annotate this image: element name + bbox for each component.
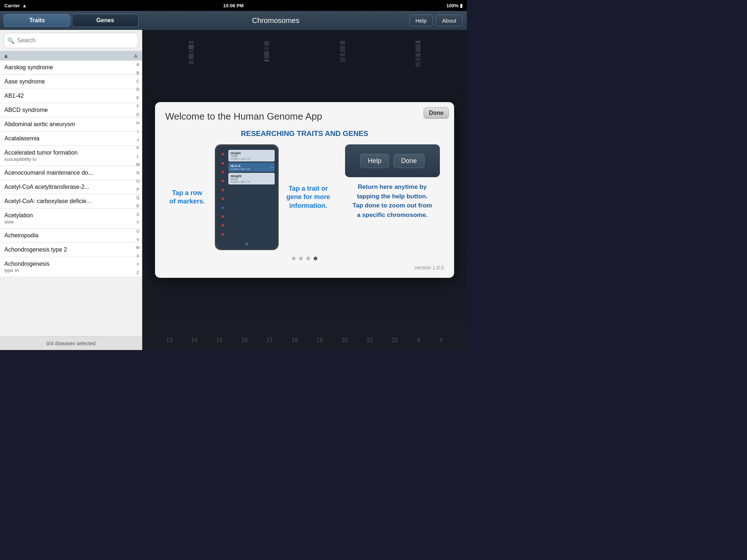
phone-inner: Height TNXB location: 6p21.33 HLA-S loca… (217, 147, 276, 242)
trait-item-name: Aarskog syndrome (4, 64, 138, 71)
phone-item-hlas-inner: HLA-S location: 6p21.33 (231, 164, 250, 170)
trait-item-name: Accelerated tumor formation (4, 149, 138, 156)
status-bar: Carrier ▲ 10:06 PM 100% ▮ (0, 0, 467, 11)
trait-item[interactable]: Accelerated tumor formationsusceptibilit… (0, 146, 142, 166)
phone-item-height-loc: location: 6p21.33 (231, 158, 272, 160)
trait-item-name: Acetyl-CoA acetyltransferase-2... (4, 184, 138, 190)
trait-item[interactable]: Acetyl-CoA acetyltransferase-2... (0, 180, 142, 194)
phone-item-height-title: Height (231, 151, 272, 155)
trait-item[interactable]: Achondrogenesis type 2 (0, 243, 142, 257)
wifi-icon: ▲ (22, 3, 27, 8)
search-input[interactable] (4, 33, 138, 48)
trait-list: Aarskog syndromeAase syndromeAB1-42ABCD … (0, 61, 142, 277)
trait-list-container: Aarskog syndromeAase syndromeAB1-42ABCD … (0, 61, 142, 336)
trait-item-name: AB1-42 (4, 93, 138, 99)
about-button[interactable]: About (436, 15, 462, 26)
sidebar: 🔍 a A Aarskog syndromeAase syndromeAB1-4… (0, 30, 142, 350)
tap-row-text: Tap a rowof markers. (165, 189, 209, 206)
chr-dot-red-1 (222, 153, 224, 155)
trait-item-sub: susceptibility to (4, 156, 138, 162)
trait-item-name: ABCD syndrome (4, 107, 138, 113)
modal-right-col: Help Done Return here anytime bytapping … (341, 144, 444, 219)
trait-item-name: Acetyl-CoA: carboxylase deficie... (4, 198, 138, 205)
phone-item-height-sub: TNXB (231, 155, 272, 158)
chevron-icon: › (271, 165, 272, 169)
chr-dot-red-6 (222, 198, 224, 200)
phone-item-hlas: HLA-S location: 6p21.33 › (228, 163, 275, 172)
help-button[interactable]: Help (409, 15, 433, 26)
chr-dot-red-3 (222, 171, 224, 173)
chr-dot-red-8 (222, 224, 224, 226)
pagination-dots (165, 257, 444, 260)
modal-overlay: Done Welcome to the Human Genome App RES… (142, 30, 467, 350)
trait-item[interactable]: Acenocoumarol maintenance do... (0, 166, 142, 180)
modal-done-button[interactable]: Done (423, 107, 449, 119)
phone-mockup: Height TNXB location: 6p21.33 HLA-S loca… (215, 144, 279, 250)
version-text: version 1.0.0 (165, 263, 444, 271)
tap-gene-text: Tap a trait orgene for moreinformation. (285, 184, 332, 210)
phone-list: Height TNXB location: 6p21.33 HLA-S loca… (228, 147, 276, 242)
trait-item[interactable]: AB1-42 (0, 89, 142, 103)
trait-item[interactable]: Acetyl-CoA: carboxylase deficie... (0, 194, 142, 209)
phone-item-weight-sub: NCR3 (231, 178, 272, 180)
tab-traits[interactable]: Traits (4, 14, 70, 27)
trait-item[interactable]: Acetylationslow (0, 209, 142, 229)
chr-dot-blue (222, 207, 224, 209)
trait-item-name: Acatalasemia (4, 135, 138, 142)
trait-item[interactable]: Acheiropodia (0, 229, 142, 243)
trait-item[interactable]: Achondrogenesistype IA (0, 257, 142, 277)
sidebar-status: 0/4 diseases selected (0, 336, 142, 350)
status-right: 100% ▮ (446, 3, 462, 8)
chr-dot-column (217, 147, 228, 242)
help-done-box: Help Done (345, 144, 440, 177)
trait-item[interactable]: Abdominal aortic aneurysm (0, 117, 142, 132)
nav-title: Chromosomes (142, 16, 409, 25)
phone-item-height: Height TNXB location: 6p21.33 (228, 150, 275, 162)
trait-item[interactable]: Aarskog syndrome (0, 61, 142, 75)
phone-item-weight: Weight NCR3 location: 6p21.33 (228, 173, 275, 184)
battery-label: 100% (446, 3, 458, 8)
phone-item-weight-loc: location: 6p21.33 (231, 180, 272, 183)
phone-item-weight-title: Weight (231, 174, 272, 178)
search-icon: 🔍 (7, 37, 15, 44)
status-left: Carrier ▲ (4, 3, 27, 8)
trait-item[interactable]: Acatalasemia (0, 132, 142, 146)
status-text: 0/4 diseases selected (46, 341, 96, 346)
chr-dot-red-2 (222, 162, 224, 164)
tab-genes[interactable]: Genes (72, 14, 139, 27)
dot-4-active (314, 257, 317, 260)
trait-item-name: Acetylation (4, 212, 138, 219)
trait-item-name: Acheiropodia (4, 232, 138, 239)
dot-3 (306, 257, 310, 260)
dot-2 (299, 257, 303, 260)
modal-title: Welcome to the Human Genome App (165, 111, 444, 122)
main-layout: 🔍 a A Aarskog syndromeAase syndromeAB1-4… (0, 30, 467, 350)
phone-page-num: 6 (217, 242, 276, 248)
phone-item-hlas-loc: location: 6p21.33 (231, 168, 250, 170)
trait-item-sub: type IA (4, 268, 138, 273)
help-btn-in-modal[interactable]: Help (360, 154, 389, 168)
section-header-a: a A (0, 51, 142, 61)
trait-item-name: Acenocoumarol maintenance do... (4, 170, 138, 176)
phone-screen: Height TNXB location: 6p21.33 HLA-S loca… (216, 145, 278, 249)
modal-dialog: Done Welcome to the Human Genome App RES… (155, 102, 454, 278)
nav-right-buttons: Help About (409, 15, 467, 26)
section-letter: a (4, 53, 7, 59)
trait-item-name: Aase syndrome (4, 78, 138, 85)
trait-item-name: Achondrogenesis type 2 (4, 246, 138, 253)
trait-item[interactable]: ABCD syndrome (0, 103, 142, 117)
trait-item-name: Achondrogenesis (4, 261, 138, 267)
phone-item-hlas-title: HLA-S (231, 164, 250, 168)
chr-dot-red-9 (222, 233, 224, 236)
chr-dot-red-4 (222, 180, 224, 182)
status-time: 10:06 PM (223, 3, 244, 8)
battery-icon: ▮ (460, 3, 462, 8)
search-wrapper: 🔍 (4, 33, 138, 48)
chromosome-view[interactable]: 13 14 15 16 17 18 19 20 21 22 X Y Done W… (142, 30, 467, 350)
trait-item[interactable]: Aase syndrome (0, 75, 142, 89)
done-btn-in-modal[interactable]: Done (394, 154, 425, 168)
dot-1 (292, 257, 295, 260)
modal-left-area: Tap a rowof markers. (165, 144, 332, 250)
chr-dot-red-7 (222, 215, 224, 218)
chr-dot-red-5 (222, 189, 224, 191)
